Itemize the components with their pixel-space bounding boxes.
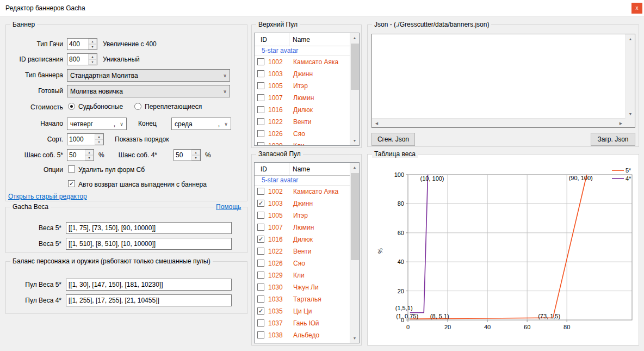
scroll-left-icon[interactable]: ◀ [372, 119, 381, 127]
pool-row[interactable]: 1038Альбедо [255, 329, 359, 341]
pool-row[interactable]: 1003Джинн [255, 68, 359, 80]
spin-up-icon[interactable]: ▴ [95, 134, 103, 139]
scroll-down-icon[interactable]: ▼ [350, 334, 359, 343]
pool-row[interactable]: 1002Камисато Аяка [255, 186, 359, 198]
scroll-down-icon[interactable]: ▼ [350, 136, 359, 145]
chance4-spinner[interactable]: ▴ ▾ [174, 149, 201, 161]
pool-row[interactable]: 1026Сяо [255, 257, 359, 269]
delete-pool-checkbox[interactable] [68, 165, 75, 173]
pool-row[interactable]: 1022Венти [255, 245, 359, 257]
pool-row[interactable]: 1022Венти [255, 116, 359, 128]
row-select-checkbox[interactable] [257, 224, 264, 231]
row-select-checkbox[interactable] [257, 142, 264, 146]
row-select-checkbox[interactable]: ✓ [257, 236, 264, 243]
row-select-checkbox[interactable] [257, 212, 264, 219]
row-select-checkbox[interactable] [257, 272, 264, 279]
cost-radio-intertwined[interactable]: Переплетающиеся [134, 102, 202, 110]
spin-down-icon[interactable]: ▾ [88, 59, 97, 65]
pool-weights4-input[interactable] [66, 294, 232, 306]
close-button[interactable]: x [631, 3, 642, 14]
scroll-down-icon[interactable]: ▼ [626, 109, 635, 119]
pool-row[interactable]: 1029Кли [255, 269, 359, 281]
chance5-spinner[interactable]: ▴ ▾ [67, 149, 94, 161]
preset-value: Молитва новичка [70, 88, 123, 95]
schedule-id-label: ID расписания [6, 56, 63, 63]
row-select-checkbox[interactable] [257, 260, 264, 267]
row-select-checkbox[interactable]: ✓ [257, 200, 264, 207]
old-editor-link[interactable]: Открыть старый редактор [8, 193, 87, 200]
row-select-checkbox[interactable] [257, 188, 264, 195]
pool-scrollbar[interactable]: ▲ ▼ [350, 33, 359, 145]
row-select-checkbox[interactable] [257, 130, 264, 137]
sort-spinner[interactable]: ▴ ▾ [67, 133, 104, 145]
pool-row[interactable]: 1016Дилюк [255, 104, 359, 116]
column-header-name[interactable]: Name [293, 36, 310, 44]
generate-json-button[interactable]: Сген. Json [371, 133, 415, 146]
spin-down-icon[interactable]: ▾ [85, 155, 94, 161]
cost-radio-fate[interactable]: Судьбоносные [68, 102, 123, 110]
pool-row[interactable]: 1030Чжун Ли [255, 281, 359, 293]
scroll-right-icon[interactable]: ▶ [616, 119, 626, 127]
scrollbar-thumb[interactable] [351, 44, 359, 90]
row-select-checkbox[interactable] [257, 331, 264, 338]
chance4-input[interactable] [174, 150, 191, 161]
pool-row[interactable]: 1026Сяо [255, 128, 359, 140]
help-link[interactable]: Помощь [214, 203, 243, 211]
load-json-button[interactable]: Загр. Json [591, 133, 635, 146]
spin-up-icon[interactable]: ▴ [85, 150, 94, 155]
pool-row[interactable]: 1029Кли [255, 140, 359, 146]
row-select-checkbox[interactable] [257, 82, 264, 89]
scroll-up-icon[interactable]: ▲ [626, 34, 635, 44]
pool-row[interactable]: 1037Гань Юй [255, 317, 359, 329]
start-day-select[interactable]: четверг , ∨ [67, 118, 127, 130]
pool-row[interactable]: 1002Камисато Аяка [255, 56, 359, 68]
column-header-name[interactable]: Name [293, 165, 310, 173]
row-select-checkbox[interactable] [257, 70, 264, 77]
scroll-up-icon[interactable]: ▲ [350, 33, 359, 42]
pool-row[interactable]: ✓1016Дилюк [255, 233, 359, 245]
pool-row[interactable]: 1007Люмин [255, 221, 359, 233]
auto-return-checkbox[interactable]: ✓ [68, 180, 75, 187]
pool-row[interactable]: 1007Люмин [255, 92, 359, 104]
json-horizontal-scrollbar[interactable]: ◀ ▶ [372, 118, 626, 127]
row-select-checkbox[interactable] [257, 58, 264, 65]
json-vertical-scrollbar[interactable]: ▲ ▼ [626, 34, 635, 119]
row-select-checkbox[interactable] [257, 94, 264, 101]
spin-down-icon[interactable]: ▾ [88, 44, 97, 50]
row-select-checkbox[interactable] [257, 295, 264, 303]
pool-weights5-input[interactable] [66, 279, 232, 291]
pool-scrollbar[interactable]: ▲ ▼ [350, 163, 359, 343]
scroll-up-icon[interactable]: ▲ [350, 163, 359, 172]
pool-row[interactable]: 1033Тарталья [255, 293, 359, 305]
column-header-id[interactable]: ID [261, 165, 267, 173]
preset-select[interactable]: Молитва новичка ∨ [67, 85, 230, 97]
spin-up-icon[interactable]: ▴ [88, 54, 97, 59]
row-select-checkbox[interactable] [257, 118, 264, 125]
chance5-input[interactable] [67, 150, 85, 161]
spin-down-icon[interactable]: ▾ [191, 155, 200, 161]
end-day-select[interactable]: среда , ∨ [171, 118, 231, 130]
row-select-checkbox[interactable] [257, 248, 264, 255]
scrollbar-thumb[interactable] [351, 173, 359, 260]
spin-up-icon[interactable]: ▴ [88, 39, 97, 44]
row-select-checkbox[interactable]: ✓ [257, 307, 264, 315]
spin-down-icon[interactable]: ▾ [95, 139, 103, 145]
pool-row[interactable]: 1005Итэр [255, 210, 359, 221]
column-header-id[interactable]: ID [261, 36, 267, 44]
row-select-checkbox[interactable] [257, 284, 264, 291]
schedule-id-input[interactable] [67, 54, 88, 65]
weights5-input[interactable] [66, 222, 232, 234]
pool-row[interactable]: ✓1003Джинн [255, 198, 359, 210]
gacha-type-input[interactable] [67, 39, 88, 50]
row-select-checkbox[interactable] [257, 319, 264, 327]
pool-row[interactable]: ✓1035Ци Ци [255, 305, 359, 317]
gacha-type-spinner[interactable]: ▴ ▾ [67, 38, 97, 50]
banner-type-select[interactable]: Стандартная Молитва ∨ [67, 69, 230, 82]
schedule-id-spinner[interactable]: ▴ ▾ [67, 53, 97, 65]
json-editor[interactable] [372, 34, 626, 118]
weights5b-input[interactable] [66, 238, 232, 250]
spin-up-icon[interactable]: ▴ [191, 150, 200, 155]
row-select-checkbox[interactable] [257, 106, 264, 113]
sort-input[interactable] [67, 134, 95, 145]
pool-row[interactable]: 1005Итэр [255, 80, 359, 92]
